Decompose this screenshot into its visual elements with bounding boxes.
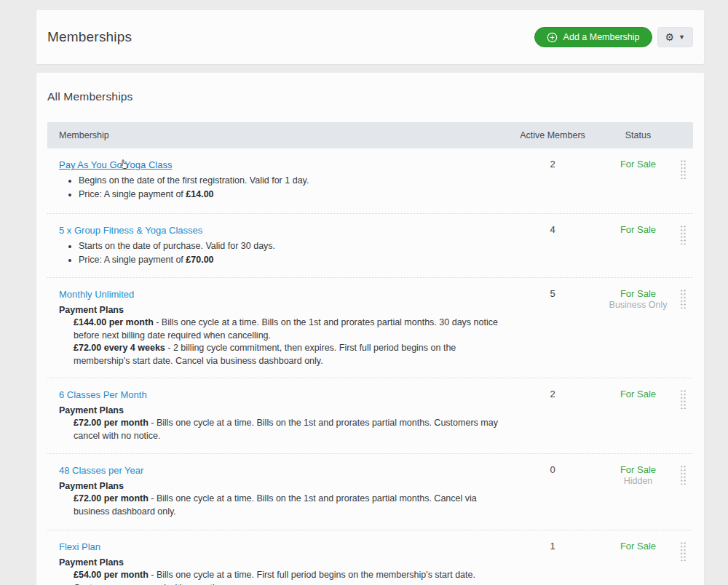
table-header: Membership Active Members Status [47,122,693,148]
payment-plan-line: £54.00 per month - Bills one cycle at a … [74,569,502,585]
row-reorder-cell [680,287,693,309]
bullet-item: Begins on the date of the first registra… [79,175,502,188]
table-body: Pay As You Go Yoga Class Begins on the d… [47,148,693,585]
drag-handle-icon[interactable] [680,389,687,409]
active-members-count: 5 [509,287,596,299]
plan-lines: £54.00 per month - Bills one cycle at a … [59,569,502,585]
row-reorder-cell [680,463,693,485]
payment-plans-label: Payment Plans [59,556,502,569]
membership-bullets: Begins on the date of the first registra… [59,175,502,201]
status-cell: For Sale [596,388,680,399]
payment-plan-line: £72.00 per month - Bills one cycle at a … [74,493,502,518]
row-reorder-cell [680,388,693,409]
active-members-count: 0 [509,463,596,475]
payment-plan-line: £72.00 per month - Bills one cycle at a … [74,417,502,442]
drag-handle-icon[interactable] [680,541,687,561]
column-header-status: Status [596,130,680,140]
plus-circle-icon [547,32,558,43]
payment-plans-label: Payment Plans [59,479,502,493]
plan-lines: £144.00 per month - Bills one cycle at a… [59,317,502,367]
status-badge: For Sale [596,159,680,170]
status-sub-badge: Business Only [596,300,680,310]
membership-bullets: Starts on the date of purchase. Valid fo… [59,240,502,266]
table-row: Pay As You Go Yoga Class Begins on the d… [47,148,693,213]
membership-link[interactable]: Monthly Unlimited [59,289,134,300]
payment-plan-line: £72.00 every 4 weeks - 2 billing cycle c… [74,342,502,367]
status-cell: For Sale [596,158,680,170]
status-sub-badge: Hidden [596,476,680,486]
membership-cell: Monthly Unlimited Payment Plans £144.00 … [47,287,509,367]
payment-plans: Payment Plans £72.00 per month - Bills o… [59,479,502,518]
section-title: All Memberships [47,90,693,103]
membership-cell: 6 Classes Per Month Payment Plans £72.00… [47,388,509,442]
membership-link[interactable]: Pay As You Go Yoga Class [59,159,172,170]
active-members-count: 4 [509,223,596,235]
bullet-item: Starts on the date of purchase. Valid fo… [79,240,502,253]
payment-plans-label: Payment Plans [59,303,502,317]
column-header-membership: Membership [47,130,509,140]
column-header-active-members: Active Members [509,130,596,140]
membership-link[interactable]: 48 Classes per Year [59,465,143,476]
drag-handle-icon[interactable] [680,465,687,485]
row-reorder-cell [680,540,693,561]
page-header: Memberships Add a Membership ⚙ ▼ [36,10,704,64]
table-row: 48 Classes per Year Payment Plans £72.00… [47,453,693,530]
row-reorder-cell [680,223,693,244]
status-badge: For Sale [596,464,680,475]
payment-plan-line: £144.00 per month - Bills one cycle at a… [74,317,502,342]
active-members-count: 2 [509,388,596,399]
add-membership-label: Add a Membership [563,32,640,42]
active-members-count: 1 [509,540,596,552]
status-badge: For Sale [596,541,680,552]
status-cell: For Sale [596,223,680,235]
all-memberships-card: All Memberships Membership Active Member… [36,73,704,585]
payment-plans: Payment Plans £54.00 per month - Bills o… [59,556,502,585]
add-membership-button[interactable]: Add a Membership [534,27,652,47]
membership-link[interactable]: Flexi Plan [59,541,100,552]
drag-handle-icon[interactable] [680,225,687,244]
membership-cell: Flexi Plan Payment Plans £54.00 per mont… [47,540,509,585]
status-cell: For Sale Business Only [596,287,680,310]
plan-lines: £72.00 per month - Bills one cycle at a … [59,417,502,442]
status-cell: For Sale Hidden [596,463,680,486]
settings-dropdown-button[interactable]: ⚙ ▼ [657,27,693,47]
membership-cell: 5 x Group Fitness & Yoga Classes Starts … [47,223,509,266]
drag-handle-icon[interactable] [680,159,687,179]
bullet-item: Price: A single payment of £70.00 [79,254,502,267]
bullet-item: Price: A single payment of £14.00 [79,188,502,202]
membership-cell: 48 Classes per Year Payment Plans £72.00… [47,463,509,518]
table-row: 6 Classes Per Month Payment Plans £72.00… [47,378,693,453]
table-row: Monthly Unlimited Payment Plans £144.00 … [47,277,693,378]
payment-plans: Payment Plans £144.00 per month - Bills … [59,303,502,367]
page-title: Memberships [47,29,132,45]
status-badge: For Sale [596,224,680,235]
page-frame: Memberships Add a Membership ⚙ ▼ All Mem… [36,10,704,585]
membership-cell: Pay As You Go Yoga Class Begins on the d… [47,158,509,201]
status-badge: For Sale [596,288,680,299]
active-members-count: 2 [509,158,596,170]
status-badge: For Sale [596,389,680,399]
chevron-down-icon: ▼ [678,34,685,41]
table-row: 5 x Group Fitness & Yoga Classes Starts … [47,213,693,277]
table-row: Flexi Plan Payment Plans £54.00 per mont… [47,530,693,585]
payment-plans: Payment Plans £72.00 per month - Bills o… [59,404,502,442]
membership-link[interactable]: 5 x Group Fitness & Yoga Classes [59,225,202,236]
gear-icon: ⚙ [665,32,675,42]
plan-lines: £72.00 per month - Bills one cycle at a … [59,493,502,518]
drag-handle-icon[interactable] [680,289,687,309]
header-actions: Add a Membership ⚙ ▼ [534,27,693,47]
row-reorder-cell [680,158,693,179]
status-cell: For Sale [596,540,680,552]
membership-link[interactable]: 6 Classes Per Month [59,389,147,400]
payment-plans-label: Payment Plans [59,404,502,417]
